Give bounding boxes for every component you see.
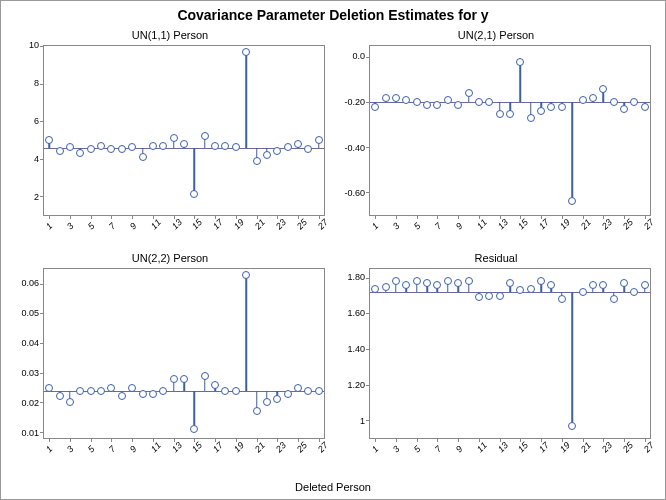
data-marker [315,136,323,144]
data-marker [263,151,271,159]
x-tick-label: 21 [579,440,593,454]
plot-area-wrap [369,268,651,439]
x-tick-label: 17 [537,440,551,454]
y-tick-mark [366,420,370,421]
x-tick-label: 25 [295,217,309,231]
x-tick-label: 19 [558,440,572,454]
panel-title: Residual [335,252,657,264]
data-marker [304,145,312,153]
data-marker [558,103,566,111]
data-marker [392,277,400,285]
data-marker [170,375,178,383]
y-tick-mark [40,84,44,85]
data-marker [547,281,555,289]
y-tick-mark [366,147,370,148]
y-tick-label: 0.02 [21,398,39,408]
y-tick-label: -0.20 [344,97,365,107]
y-tick-mark [40,432,44,433]
y-axis: 246810 [9,45,41,216]
y-tick-mark [40,46,44,47]
chart-panel: UN(2,2) Person0.010.020.030.040.050.0613… [9,252,331,471]
y-axis: -0.60-0.40-0.200.0 [335,45,367,216]
data-marker [56,147,64,155]
data-marker [527,285,535,293]
x-tick-label: 15 [516,217,530,231]
y-tick-mark [366,192,370,193]
y-tick-label: -0.40 [344,143,365,153]
plot-area [43,268,325,439]
x-axis: 13579111315171921232527 [369,218,651,248]
y-tick-mark [366,57,370,58]
x-tick-label: 27 [642,440,656,454]
y-tick-label: 1.40 [347,344,365,354]
data-marker [76,387,84,395]
data-marker [232,387,240,395]
data-marker [454,101,462,109]
y-tick-label: 1.20 [347,380,365,390]
data-marker [496,110,504,118]
x-tick-label: 15 [516,440,530,454]
data-marker [465,89,473,97]
data-marker [304,387,312,395]
needle [520,62,522,103]
x-tick-label: 11 [474,440,488,454]
x-axis: 13579111315171921232527 [369,441,651,471]
data-marker [444,96,452,104]
data-marker [97,387,105,395]
y-tick-mark [40,159,44,160]
data-marker [444,277,452,285]
data-marker [232,143,240,151]
data-marker [568,422,576,430]
needle [245,275,247,391]
data-marker [485,292,493,300]
plot-area-wrap [369,45,651,216]
data-marker [76,149,84,157]
data-marker [620,279,628,287]
data-marker [87,145,95,153]
needle [245,52,247,149]
data-marker [118,145,126,153]
panel-title: UN(2,2) Person [9,252,331,264]
data-marker [139,153,147,161]
data-marker [506,110,514,118]
needle [194,148,196,194]
data-marker [211,142,219,150]
x-tick-label: 3 [65,444,76,455]
y-tick-label: 0.0 [352,51,365,61]
reference-line [370,292,650,293]
data-marker [516,58,524,66]
data-marker [45,384,53,392]
data-marker [465,277,473,285]
data-marker [242,271,250,279]
data-marker [56,392,64,400]
chart-container: Covariance Parameter Deletion Estimates … [0,0,666,500]
data-marker [294,140,302,148]
y-tick-mark [40,284,44,285]
data-marker [221,387,229,395]
x-tick-label: 27 [316,217,330,231]
data-marker [392,94,400,102]
data-marker [97,142,105,150]
data-marker [253,157,261,165]
x-tick-label: 23 [600,217,614,231]
data-marker [610,98,618,106]
data-marker [273,147,281,155]
y-tick-label: 4 [34,154,39,164]
data-marker [211,381,219,389]
x-tick-label: 15 [190,440,204,454]
data-marker [537,277,545,285]
x-tick-label: 3 [391,444,402,455]
data-marker [190,190,198,198]
data-marker [579,288,587,296]
data-marker [630,288,638,296]
x-tick-label: 7 [107,221,118,232]
y-tick-mark [40,402,44,403]
x-tick-label: 1 [44,444,55,455]
data-marker [599,85,607,93]
panel-grid: UN(1,1) Person24681013579111315171921232… [9,29,657,471]
data-marker [201,372,209,380]
x-tick-label: 13 [495,440,509,454]
x-tick-label: 3 [391,221,402,232]
plot-area [369,268,651,439]
data-marker [221,142,229,150]
